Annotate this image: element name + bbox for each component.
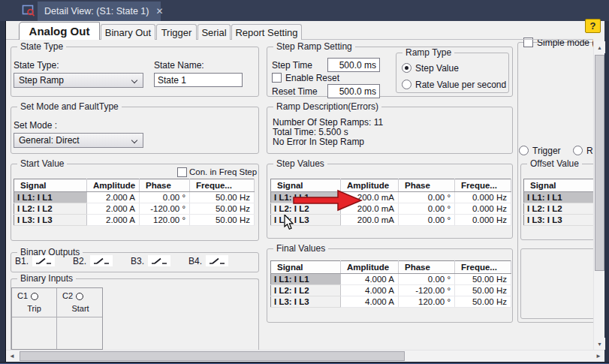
binary-output-label: B4. [188,256,202,266]
col-amplitude[interactable]: Amplitude [341,261,399,274]
open-contact-icon [208,257,226,266]
grid-line [56,288,57,349]
offset-value-group-title: Offset Value [527,158,582,169]
grid-line [12,317,102,317]
enable-reset-checkbox[interactable] [272,73,282,83]
binary-inputs-group-title: Binary Inputs [17,273,76,284]
document-tab[interactable]: Detail View: (S1: State 1) ✕ [38,2,161,21]
table-row[interactable]: I L3: I L3 200.0 mA 0.00 ° 0.000 Hz [271,215,511,226]
scroll-up-icon[interactable]: ▲ [594,41,605,53]
col-amplitude[interactable]: Amplitude [87,179,140,192]
scroll-down-icon[interactable]: ▼ [594,338,605,350]
horizontal-scrollbar-thumb[interactable] [20,351,405,361]
state-type-group: State Type [11,47,259,97]
binary-output-label: B3. [131,256,144,266]
table-row[interactable]: I L2: I L2 4.000 A -120.00 ° 50.00 Hz [271,285,511,296]
ramp-count-text: Number Of Step Ramps: 11 [273,117,383,128]
start-values-table[interactable]: Signal Amplitude Phase Freque... I L1: I… [14,179,255,226]
chevron-down-icon [131,77,137,83]
set-mode-dropdown-value: General: Direct [19,135,80,146]
start-value-group-title: Start Value [17,158,67,169]
input-state-icon [76,293,83,300]
table-row[interactable]: I L1: I L1 2.000 A 0.00 ° 50.00 Hz [14,192,255,203]
tab-analog-out[interactable]: Analog Out [19,22,100,40]
table-row[interactable]: I L3: I L3 2.000 A 120.00 ° 50.00 Hz [14,215,255,226]
col-phase[interactable]: Phase [399,261,455,274]
rate-value-radio-label: Rate Value per second [415,80,506,90]
document-tab-title: Detail View: (S1: State 1) [44,6,149,17]
chevron-down-icon [131,137,137,143]
vertical-scrollbar-thumb[interactable] [595,55,604,271]
detail-view-icon [22,4,35,20]
help-button[interactable]: ? [585,19,601,33]
input-state-icon [31,293,38,300]
binary-output-switch[interactable] [148,255,170,266]
rate-value-radio[interactable] [402,80,412,89]
red-annotation-arrow [291,188,364,213]
state-type-label: State Type: [14,60,59,71]
open-contact-icon [150,257,168,266]
binary-inputs-table[interactable]: C1 Trip C2 Start [11,287,103,350]
binary-output-switch[interactable] [32,255,55,266]
set-mode-dropdown[interactable]: General: Direct [14,133,143,148]
state-type-dropdown-value: Step Ramp [19,75,64,86]
col-phase[interactable]: Phase [399,179,455,192]
reset-time-label: Reset Time [272,86,318,97]
close-icon[interactable]: ✕ [155,6,163,17]
step-value-radio-label: Step Value [415,63,459,74]
binary-input-c2[interactable]: C2 [62,291,83,300]
trigger-radio-label: Trigger [532,146,561,156]
set-mode-group-title: Set Mode and FaultType [17,101,122,112]
ramp-description-group-title: Ramp Description(Errors) [273,101,381,112]
col-frequency[interactable]: Freque... [455,179,511,192]
binary-output-switch[interactable] [90,255,113,266]
table-header-row: Signal Amplitude Phase Freque... [14,179,255,192]
binary-output-label: B2. [73,256,86,266]
tab-serial[interactable]: Serial [197,24,231,40]
table-row[interactable]: I L1: I L1 4.000 A 0.00 ° 50.00 Hz [271,274,511,285]
final-values-group-title: Final Values [273,243,328,254]
final-values-table[interactable]: Signal Amplitude Phase Freque... I L1: I… [270,260,511,308]
trigger-radio[interactable] [519,146,529,155]
step-value-radio[interactable] [402,63,412,73]
binary-input-c2-label: Start [57,304,104,313]
reset-radio[interactable] [573,146,583,155]
step-time-input[interactable] [327,58,380,72]
col-signal[interactable]: Signal [271,261,341,274]
window-edge-left [0,21,6,364]
table-row[interactable]: I L2: I L2 2.000 A -120.00 ° 50.00 Hz [14,203,255,215]
state-name-input[interactable] [154,73,243,87]
con-in-freq-step-checkbox[interactable] [177,167,187,177]
reset-time-input[interactable] [327,84,380,98]
window-edge-right [604,21,609,364]
state-type-group-title: State Type [17,41,66,52]
col-phase[interactable]: Phase [140,179,190,192]
tab-binary-out[interactable]: Binary Out [101,24,155,40]
horizontal-scrollbar[interactable]: ◄ ► [6,350,604,362]
binary-output-label: B1. [15,256,29,266]
table-header-row: Signal Amplitude Phase Freque... [271,261,511,274]
scroll-left-icon[interactable]: ◄ [6,350,18,362]
mouse-cursor [284,215,296,231]
final-offset-group [520,248,604,319]
binary-output-switch[interactable] [206,255,228,266]
state-type-dropdown[interactable]: Step Ramp [14,73,143,88]
step-values-group-title: Step Values [273,158,327,169]
total-time-text: Total Time: 5.500 s [273,127,348,137]
step-ramp-setting-group-title: Step Ramp Setting [273,41,355,52]
open-contact-icon [35,257,53,266]
enable-reset-label: Enable Reset [285,73,339,83]
state-name-label: State Name: [154,60,204,71]
tab-report-setting[interactable]: Report Setting [231,24,302,40]
binary-input-c1-label: Trip [12,304,56,313]
vertical-scrollbar[interactable]: ▲ ▼ [593,41,604,350]
tab-trigger[interactable]: Trigger [156,24,197,40]
col-signal[interactable]: Signal [14,179,87,192]
table-row[interactable]: I L3: I L3 4.000 A 120.00 ° 50.00 Hz [271,296,511,308]
scroll-right-icon[interactable]: ► [592,350,604,362]
binary-input-c1[interactable]: C1 [17,291,38,300]
col-frequency[interactable]: Freque... [455,261,511,274]
step-time-label: Step Time [272,60,312,71]
binary-outputs-row: B1. B2. B3. B4. [15,255,246,266]
col-frequency[interactable]: Freque... [190,179,255,192]
